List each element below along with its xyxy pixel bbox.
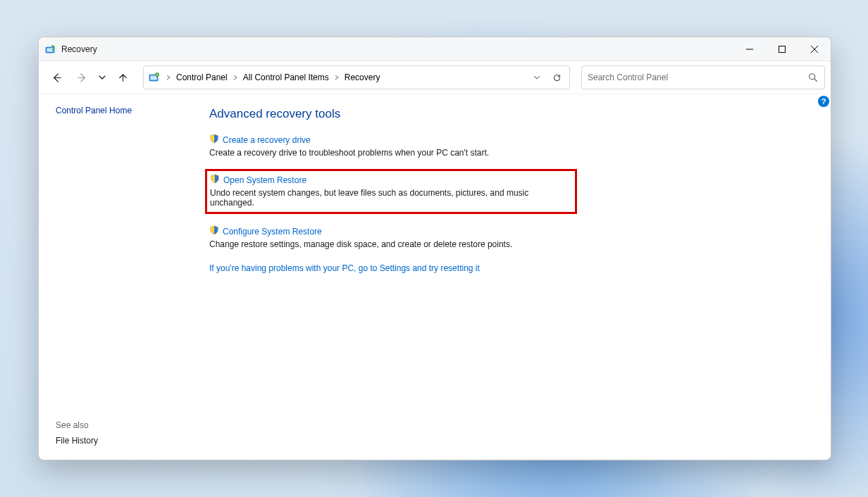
titlebar: Recovery — [39, 37, 831, 61]
toolbar: Control Panel All Control Panel Items Re… — [39, 61, 831, 94]
close-button[interactable] — [798, 37, 831, 61]
chevron-right-icon[interactable] — [163, 75, 173, 80]
create-recovery-drive-desc: Create a recovery drive to troubleshoot … — [209, 148, 817, 158]
configure-system-restore-link[interactable]: Configure System Restore — [223, 227, 322, 237]
content-area: ? Advanced recovery tools Create a recov… — [204, 94, 831, 460]
search-box[interactable] — [581, 65, 825, 89]
control-panel-home-link[interactable]: Control Panel Home — [56, 104, 204, 117]
tool-create-recovery-drive: Create a recovery drive Create a recover… — [209, 134, 817, 158]
maximize-button[interactable] — [766, 37, 798, 61]
address-bar[interactable]: Control Panel All Control Panel Items Re… — [143, 65, 570, 89]
search-icon[interactable] — [806, 73, 820, 82]
desktop-background: Recovery — [0, 0, 868, 497]
open-system-restore-link[interactable]: Open System Restore — [223, 175, 306, 185]
reset-pc-link[interactable]: If you're having problems with your PC, … — [209, 263, 480, 273]
create-recovery-drive-link[interactable]: Create a recovery drive — [223, 135, 311, 145]
shield-icon — [209, 225, 219, 237]
recovery-window: Recovery — [38, 37, 831, 460]
breadcrumb-control-panel[interactable]: Control Panel — [173, 73, 230, 82]
back-button[interactable] — [44, 65, 68, 89]
chevron-right-icon[interactable] — [332, 75, 342, 80]
see-also-label: See also — [56, 420, 204, 430]
forward-button[interactable] — [70, 65, 94, 89]
search-input[interactable] — [586, 72, 806, 83]
up-button[interactable] — [111, 65, 135, 89]
breadcrumb-recovery[interactable]: Recovery — [342, 73, 383, 82]
configure-system-restore-desc: Change restore settings, manage disk spa… — [209, 239, 817, 249]
page-heading: Advanced recovery tools — [209, 107, 817, 121]
control-panel-icon — [148, 71, 161, 84]
svg-rect-4 — [151, 76, 157, 80]
shield-icon — [210, 174, 220, 186]
recovery-app-icon — [45, 44, 56, 55]
highlight-open-system-restore: Open System Restore Undo recent system c… — [205, 169, 577, 214]
open-system-restore-desc: Undo recent system changes, but leave fi… — [210, 188, 571, 208]
breadcrumb-all-items[interactable]: All Control Panel Items — [240, 73, 332, 82]
sidebar: Control Panel Home See also File History — [39, 94, 204, 460]
minimize-button[interactable] — [733, 37, 766, 61]
recent-locations-button[interactable] — [95, 65, 109, 89]
help-button[interactable]: ? — [818, 96, 829, 107]
address-dropdown-button[interactable] — [527, 67, 547, 88]
window-body: Control Panel Home See also File History… — [39, 94, 831, 460]
tool-configure-system-restore: Configure System Restore Change restore … — [209, 225, 817, 249]
window-title: Recovery — [61, 44, 97, 54]
refresh-button[interactable] — [547, 67, 566, 88]
shield-icon — [209, 134, 219, 146]
svg-rect-2 — [779, 46, 786, 52]
file-history-link[interactable]: File History — [56, 436, 204, 446]
chevron-right-icon[interactable] — [230, 75, 240, 80]
